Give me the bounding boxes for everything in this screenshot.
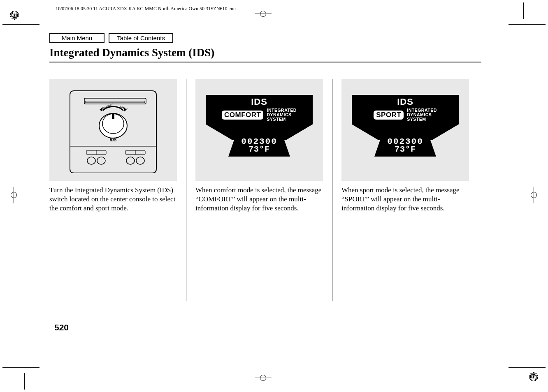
registration-mark-br: [527, 371, 540, 383]
nav-button-row: Main Menu Table of Contents: [49, 33, 481, 43]
page-number: 520: [54, 323, 69, 332]
ids-heading: IDS: [206, 95, 313, 107]
frame-line: [20, 373, 20, 390]
column-2: IDS COMFORT INTEGRATED DYNAMICS SYSTEM: [186, 79, 332, 301]
crop-line: [509, 367, 546, 368]
ids-temp: 73°F: [352, 145, 459, 154]
main-menu-button[interactable]: Main Menu: [49, 33, 104, 43]
svg-text:IDS: IDS: [110, 138, 117, 142]
ids-temp: 73°F: [206, 145, 313, 154]
column-3: IDS SPORT INTEGRATED DYNAMICS SYSTEM: [332, 79, 478, 301]
crop-line: [523, 2, 524, 19]
caption-1: Turn the Integrated Dynamics System (IDS…: [49, 186, 177, 213]
crosshair-bottom: [255, 370, 272, 386]
ids-mode-comfort: COMFORT: [222, 111, 263, 120]
print-meta-header: 10/07/06 18:05:30 11 ACURA ZDX KA KC MMC…: [56, 6, 236, 12]
crop-line: [2, 24, 39, 25]
registration-mark-tl: [8, 9, 21, 21]
crop-line: [509, 24, 546, 25]
column-layout: COMFORT SPORT IDS Turn the: [49, 79, 481, 301]
page-content: Main Menu Table of Contents Integrated D…: [49, 33, 481, 301]
caption-3: When sport mode is selected, the message…: [341, 186, 469, 213]
svg-rect-4: [112, 114, 114, 119]
page-title: Integrated Dynamics System (IDS): [49, 46, 481, 59]
crosshair-top: [255, 6, 272, 22]
ids-heading: IDS: [352, 95, 459, 107]
frame-line: [528, 2, 528, 19]
crop-line: [2, 367, 39, 368]
ids-mode-sport: SPORT: [374, 111, 404, 120]
column-1: COMFORT SPORT IDS Turn the: [49, 79, 186, 301]
crosshair-left: [6, 187, 22, 203]
illustration-console-dial: COMFORT SPORT IDS: [49, 79, 177, 181]
ids-subtitle: INTEGRATED DYNAMICS SYSTEM: [267, 108, 296, 122]
caption-2: When comfort mode is selected, the messa…: [195, 186, 323, 213]
ids-subtitle: INTEGRATED DYNAMICS SYSTEM: [407, 108, 437, 122]
crosshair-right: [526, 187, 542, 203]
title-rule: [49, 62, 481, 62]
toc-button[interactable]: Table of Contents: [109, 33, 173, 43]
illustration-comfort-display: IDS COMFORT INTEGRATED DYNAMICS SYSTEM: [195, 79, 323, 181]
crop-line: [24, 373, 25, 390]
illustration-sport-display: IDS SPORT INTEGRATED DYNAMICS SYSTEM: [341, 79, 469, 181]
